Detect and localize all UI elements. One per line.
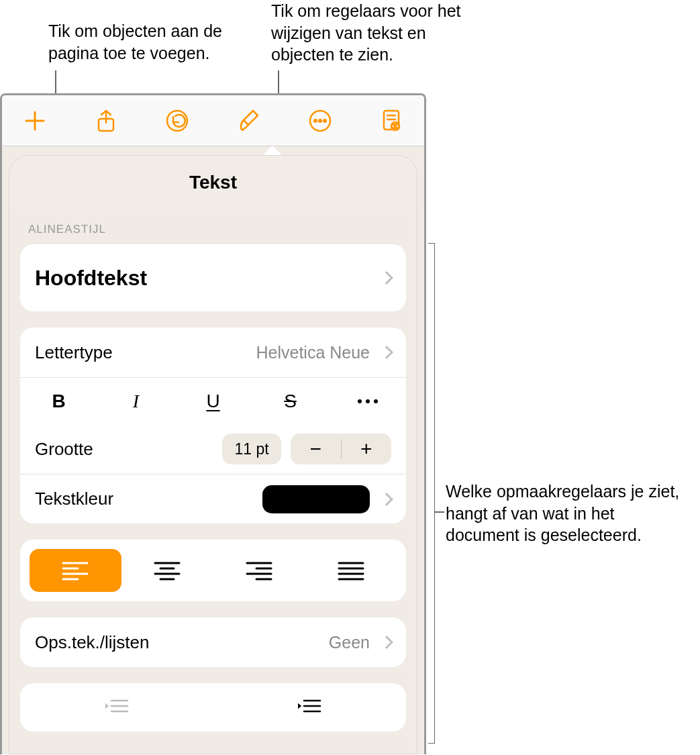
format-brush-icon[interactable] — [236, 108, 262, 134]
size-row: Grootte 11 pt − + — [20, 424, 406, 474]
device-frame: Tekst ALINEASTIJL Hoofdtekst Lettertype … — [0, 93, 426, 754]
callout-controls: Welke opmaakregelaars je ziet, hangt af … — [446, 481, 687, 546]
font-card: Lettertype Helvetica Neue B I U S Groott… — [20, 328, 406, 523]
italic-button[interactable]: I — [97, 378, 174, 424]
panel-title: Tekst — [9, 156, 417, 209]
strikethrough-button[interactable]: S — [252, 378, 329, 424]
text-color-row[interactable]: Tekstkleur — [20, 474, 406, 523]
svg-point-3 — [167, 111, 187, 131]
paragraph-style-value: Hoofdtekst — [35, 266, 147, 291]
svg-point-7 — [323, 119, 326, 122]
callout-line — [435, 511, 444, 513]
document-view-icon[interactable] — [379, 108, 404, 134]
underline-button[interactable]: U — [174, 378, 252, 424]
add-icon[interactable] — [22, 108, 48, 134]
chevron-right-icon — [380, 493, 393, 506]
size-stepper: − + — [291, 434, 391, 464]
size-increase-button[interactable]: + — [342, 434, 392, 464]
share-icon[interactable] — [93, 108, 119, 134]
text-color-label: Tekstkleur — [35, 489, 113, 509]
align-right-button[interactable] — [213, 549, 305, 592]
callout-bracket — [428, 243, 435, 744]
svg-point-6 — [319, 119, 321, 122]
paragraph-style-row[interactable]: Hoofdtekst — [20, 244, 406, 311]
size-label: Grootte — [35, 439, 93, 460]
bullets-card: Ops.tek./lijsten Geen — [20, 617, 406, 667]
more-circle-icon[interactable] — [307, 108, 333, 134]
bullets-label: Ops.tek./lijsten — [35, 632, 150, 653]
bullets-value: Geen — [329, 633, 370, 652]
font-value: Helvetica Neue — [256, 343, 370, 362]
alignment-card — [20, 540, 406, 601]
chevron-right-icon — [380, 346, 393, 359]
undo-icon[interactable] — [164, 108, 190, 134]
toolbar — [2, 95, 424, 146]
text-color-swatch[interactable] — [262, 485, 370, 513]
svg-marker-37 — [298, 703, 301, 709]
align-left-button[interactable] — [30, 549, 121, 592]
align-justify-button[interactable] — [305, 549, 397, 592]
indent-card — [20, 683, 406, 732]
popover-pointer — [263, 146, 282, 155]
chevron-right-icon — [380, 636, 393, 649]
bullets-row[interactable]: Ops.tek./lijsten Geen — [20, 617, 406, 667]
text-style-segments: B I U S — [20, 377, 406, 424]
size-value[interactable]: 11 pt — [222, 434, 281, 464]
paragraph-style-card: Hoofdtekst — [20, 244, 406, 311]
font-label: Lettertype — [35, 342, 113, 363]
bold-button[interactable]: B — [20, 378, 97, 424]
font-row[interactable]: Lettertype Helvetica Neue — [20, 328, 406, 377]
indent-button[interactable] — [213, 683, 407, 732]
svg-marker-32 — [105, 703, 109, 709]
outdent-button[interactable] — [20, 683, 213, 732]
size-decrease-button[interactable]: − — [291, 434, 341, 464]
callout-format: Tik om regelaars voor het wijzigen van t… — [271, 0, 472, 66]
align-center-button[interactable] — [121, 549, 213, 592]
section-label-paragraph-style: ALINEASTIJL — [28, 223, 406, 236]
more-text-options-button[interactable] — [329, 378, 406, 424]
callout-add: Tik om objecten aan de pagina toe te voe… — [48, 20, 263, 64]
chevron-right-icon — [380, 271, 393, 285]
format-panel: Tekst ALINEASTIJL Hoofdtekst Lettertype … — [9, 155, 417, 754]
svg-point-5 — [314, 119, 317, 122]
